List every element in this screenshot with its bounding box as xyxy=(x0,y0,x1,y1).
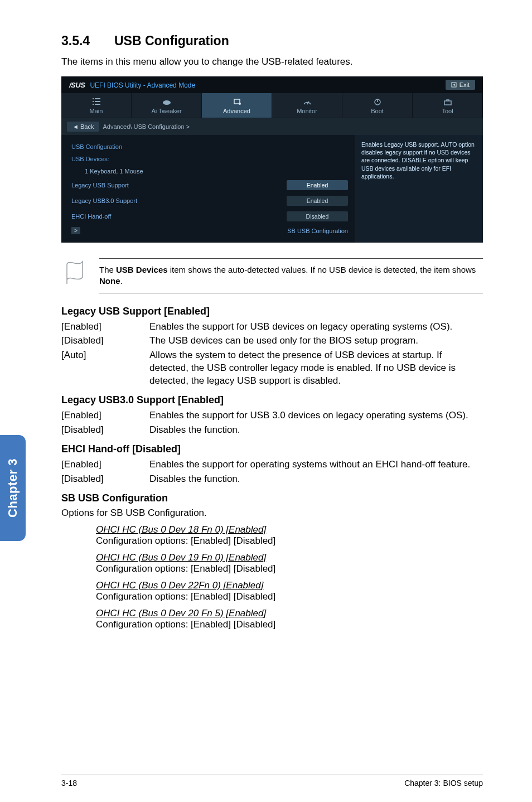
ohci-item-head: OHCI HC (Bus 0 Dev 20 Fn 5) [Enabled] xyxy=(96,608,483,619)
chapter-side-tab: Chapter 3 xyxy=(0,435,26,541)
page-number: 3-18 xyxy=(61,779,77,787)
ohci-item-head: OHCI HC (Bus 0 Dev 22Fn 0) [Enabled] xyxy=(96,580,483,591)
tab-label: Advanced xyxy=(223,108,250,114)
back-label: Back xyxy=(80,123,94,130)
tab-main[interactable]: Main xyxy=(61,93,132,118)
ohci-item-conf: Configuration options: [Enabled] [Disabl… xyxy=(96,591,483,602)
heading-sb-usb: SB USB Configuration xyxy=(61,492,483,504)
cloud-icon xyxy=(162,98,172,105)
opt-disabled: [Disabled] Disables the function. xyxy=(61,473,483,486)
toolbox-icon xyxy=(443,98,453,105)
opt-val: Enables the support for USB devices on l… xyxy=(149,321,483,334)
row-label: EHCI Hand-off xyxy=(71,213,111,220)
bios-help-panel: Enables Legacy USB support. AUTO option … xyxy=(355,135,483,243)
section-heading: 3.5.4USB Configuration xyxy=(61,33,483,49)
chip-icon xyxy=(232,98,242,105)
opt-key: [Disabled] xyxy=(61,424,149,437)
gauge-icon xyxy=(302,98,312,105)
row-legacy-usb[interactable]: Legacy USB Support Enabled xyxy=(71,177,348,193)
tab-monitor[interactable]: Monitor xyxy=(272,93,342,118)
tab-advanced[interactable]: Advanced xyxy=(202,93,272,118)
tab-label: Main xyxy=(90,108,103,114)
opt-val: Allows the system to detect the presence… xyxy=(149,349,483,388)
section-number: 3.5.4 xyxy=(61,33,114,49)
section-title: USB Configuration xyxy=(114,33,229,48)
power-icon xyxy=(373,98,383,105)
opt-key: [Enabled] xyxy=(61,321,149,334)
opt-val: Disables the function. xyxy=(149,473,483,486)
ohci-item-conf: Configuration options: [Enabled] [Disabl… xyxy=(96,619,483,630)
bios-titlebar: /SUS UEFI BIOS Utility - Advanced Mode E… xyxy=(61,76,483,93)
opt-enabled: [Enabled] Enables the support for operat… xyxy=(61,458,483,471)
svg-point-3 xyxy=(239,103,241,105)
bios-content: USB Configuration USB Devices: 1 Keyboar… xyxy=(61,135,355,243)
row-value[interactable]: Enabled xyxy=(287,180,348,190)
row-label: Legacy USB Support xyxy=(71,182,129,189)
svg-point-1 xyxy=(163,100,171,105)
breadcrumb: ◄ Back Advanced\ USB Configuration > xyxy=(61,118,483,135)
chapter-title: Chapter 3: BIOS setup xyxy=(404,779,483,787)
breadcrumb-path: Advanced\ USB Configuration > xyxy=(103,123,190,130)
heading-ehci: EHCI Hand-off [Disabled] xyxy=(61,443,483,455)
tab-label: Tool xyxy=(442,108,453,114)
opt-val: Enables the support for USB 3.0 devices … xyxy=(149,409,483,422)
note-icon xyxy=(61,258,88,285)
opt-key: [Disabled] xyxy=(61,473,149,486)
usb-devices-label: USB Devices: xyxy=(71,153,348,165)
opt-enabled: [Enabled] Enables the support for USB de… xyxy=(61,321,483,334)
opt-val: Disables the function. xyxy=(149,424,483,437)
back-button[interactable]: ◄ Back xyxy=(67,122,99,132)
opt-disabled: [Disabled] Disables the function. xyxy=(61,424,483,437)
opt-key: [Disabled] xyxy=(61,335,149,347)
row-value[interactable]: Enabled xyxy=(287,196,348,206)
sb-usb-desc: Options for SB USB Configuration. xyxy=(61,508,483,519)
opt-key: [Enabled] xyxy=(61,409,149,422)
opt-auto: [Auto] Allows the system to detect the p… xyxy=(61,349,483,388)
bios-title: UEFI BIOS Utility - Advanced Mode xyxy=(90,81,195,89)
opt-disabled: [Disabled] The USB devices can be used o… xyxy=(61,335,483,347)
bios-screenshot: /SUS UEFI BIOS Utility - Advanced Mode E… xyxy=(61,76,483,243)
ohci-item-conf: Configuration options: [Enabled] [Disabl… xyxy=(96,563,483,574)
usb-config-heading: USB Configuration xyxy=(71,141,348,153)
bios-tabs: Main Ai Tweaker Advanced Monitor Boot To… xyxy=(61,93,483,118)
arrow-left-icon: ◄ xyxy=(72,123,80,130)
opt-val: Enables the support for operating system… xyxy=(149,458,483,471)
row-sb-usb-config[interactable]: SB USB Configuration xyxy=(71,224,348,237)
page-footer: 3-18 Chapter 3: BIOS setup xyxy=(61,775,483,787)
usb-devices-value: 1 Keyboard, 1 Mouse xyxy=(71,165,348,177)
tab-tool[interactable]: Tool xyxy=(413,93,483,118)
intro-text: The items in this menu allow you to chan… xyxy=(61,56,483,67)
list-icon xyxy=(91,98,101,105)
opt-key: [Auto] xyxy=(61,349,149,388)
row-label: Legacy USB3.0 Support xyxy=(71,197,137,204)
tab-label: Monitor xyxy=(297,108,317,114)
tab-label: Ai Tweaker xyxy=(151,108,181,114)
tab-label: Boot xyxy=(371,108,384,114)
exit-label: Exit xyxy=(460,81,470,88)
exit-button[interactable]: Exit xyxy=(446,80,475,90)
heading-legacy-usb30: Legacy USB3.0 Support [Enabled] xyxy=(61,394,483,406)
heading-legacy-usb: Legacy USB Support [Enabled] xyxy=(61,306,483,317)
row-value[interactable]: Disabled xyxy=(287,211,348,221)
chapter-label: Chapter 3 xyxy=(6,458,20,518)
ohci-item-head: OHCI HC (Bus 0 Dev 18 Fn 0) [Enabled] xyxy=(96,524,483,535)
opt-key: [Enabled] xyxy=(61,458,149,471)
row-label: SB USB Configuration xyxy=(287,228,348,234)
opt-val: The USB devices can be used only for the… xyxy=(149,335,483,347)
row-legacy-usb30[interactable]: Legacy USB3.0 Support Enabled xyxy=(71,193,348,209)
svg-rect-7 xyxy=(444,101,451,105)
ohci-item-head: OHCI HC (Bus 0 Dev 19 Fn 0) [Enabled] xyxy=(96,552,483,563)
exit-icon xyxy=(451,82,457,88)
opt-enabled: [Enabled] Enables the support for USB 3.… xyxy=(61,409,483,422)
note-text: The USB Devices item shows the auto-dete… xyxy=(99,258,483,293)
bios-brand: /SUS xyxy=(69,81,85,89)
sb-usb-items: OHCI HC (Bus 0 Dev 18 Fn 0) [Enabled] Co… xyxy=(96,524,483,630)
tab-boot[interactable]: Boot xyxy=(342,93,413,118)
row-ehci[interactable]: EHCI Hand-off Disabled xyxy=(71,209,348,224)
note-block: The USB Devices item shows the auto-dete… xyxy=(61,258,483,293)
tab-ai-tweaker[interactable]: Ai Tweaker xyxy=(132,93,202,118)
ohci-item-conf: Configuration options: [Enabled] [Disabl… xyxy=(96,535,483,547)
